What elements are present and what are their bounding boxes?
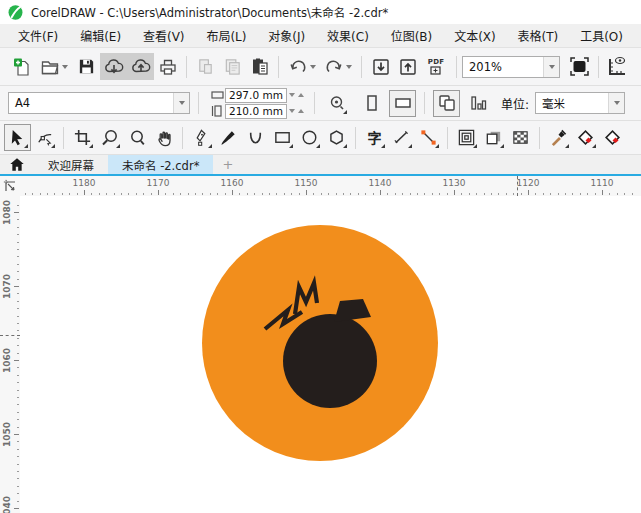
menu-file[interactable]: 文件(F) <box>14 25 62 46</box>
new-document-button[interactable] <box>8 53 35 80</box>
dimension-tool[interactable] <box>388 124 415 151</box>
redo-button[interactable] <box>320 53 356 80</box>
page-width-spinner[interactable] <box>289 93 304 97</box>
interactive-fill-tool[interactable] <box>572 124 599 151</box>
pan-tool[interactable] <box>150 124 177 151</box>
pen-tool[interactable] <box>188 124 215 151</box>
artwork <box>20 196 641 513</box>
toolbar-separator <box>198 92 199 114</box>
show-rulers-button[interactable] <box>604 53 631 80</box>
text-tool[interactable]: 字 <box>361 124 388 151</box>
export-icon <box>398 57 418 77</box>
polygon-tool[interactable] <box>323 124 350 151</box>
current-page-button[interactable] <box>464 90 491 117</box>
document-tab-strip: 欢迎屏幕 未命名 -2.cdr* + <box>0 155 641 176</box>
window-title: CorelDRAW - C:\Users\Administrator\Docum… <box>31 4 388 20</box>
print-icon <box>158 57 178 77</box>
toolbox-separator <box>63 127 64 149</box>
page-width-input[interactable]: 297.0 mm <box>225 88 287 103</box>
units-dropdown[interactable] <box>608 93 624 113</box>
zoom-tool[interactable] <box>96 124 123 151</box>
page-size-value[interactable]: A4 <box>9 96 173 110</box>
tab-welcome-screen[interactable]: 欢迎屏幕 <box>34 155 108 174</box>
redo-dropdown-caret[interactable] <box>346 65 352 69</box>
import-button[interactable] <box>367 53 394 80</box>
text-tool-glyph: 字 <box>368 131 382 145</box>
page-size-combobox[interactable]: A4 <box>8 92 190 114</box>
export-button[interactable] <box>394 53 421 80</box>
menu-text[interactable]: 文本(X) <box>450 25 500 46</box>
paste-button[interactable] <box>246 53 273 80</box>
redo-icon <box>324 57 344 77</box>
page-size-dropdown[interactable] <box>173 93 189 113</box>
page-height-spinner[interactable] <box>289 109 304 113</box>
zoom-out-tool[interactable] <box>123 124 150 151</box>
shape-tool[interactable] <box>31 124 58 151</box>
menu-edit[interactable]: 编辑(E) <box>76 25 125 46</box>
smart-fill-tool[interactable] <box>599 124 626 151</box>
copy-button <box>219 53 246 80</box>
pick-tool[interactable] <box>4 124 31 151</box>
menu-table[interactable]: 表格(T) <box>514 25 563 46</box>
toolbar-separator <box>456 56 457 78</box>
new-tab-button[interactable]: + <box>213 155 242 174</box>
ruler-origin-corner[interactable] <box>0 176 20 196</box>
fullscreen-preview-button[interactable] <box>566 53 593 80</box>
drawing-canvas[interactable] <box>20 196 641 513</box>
undo-button[interactable] <box>284 53 320 80</box>
portrait-orientation-button[interactable] <box>358 90 385 117</box>
ruler-origin-icon <box>2 178 18 194</box>
ellipse-tool[interactable] <box>296 124 323 151</box>
artistic-media-tool[interactable] <box>215 124 242 151</box>
units-combobox[interactable]: 毫米 <box>535 92 625 114</box>
open-dropdown-caret[interactable] <box>62 65 68 69</box>
toolbar-separator <box>424 92 425 114</box>
zoom-level-combobox[interactable]: 201% <box>462 56 560 78</box>
page-bars-icon <box>468 93 488 113</box>
open-button[interactable] <box>35 53 73 80</box>
toolbox-separator <box>355 127 356 149</box>
save-floppy-icon <box>77 57 96 76</box>
menu-tools[interactable]: 工具(O) <box>576 25 627 46</box>
menu-layout[interactable]: 布局(L) <box>202 25 250 46</box>
home-tab[interactable] <box>0 155 34 174</box>
vertical-ruler[interactable]: 10801070106010501040 <box>0 196 20 513</box>
cloud-upload-icon <box>130 56 152 78</box>
contour-tool[interactable] <box>453 124 480 151</box>
drop-shadow-tool[interactable] <box>480 124 507 151</box>
rectangle-tool[interactable] <box>269 124 296 151</box>
menu-bitmaps[interactable]: 位图(B) <box>387 25 437 46</box>
portrait-icon <box>362 93 382 113</box>
tab-document[interactable]: 未命名 -2.cdr* <box>108 155 213 174</box>
connector-tool[interactable] <box>415 124 442 151</box>
menu-object[interactable]: 对象(J) <box>264 25 309 46</box>
open-from-cloud-button[interactable] <box>127 53 154 80</box>
horizontal-ruler[interactable]: 11801170116011501140113011201110 <box>20 176 641 196</box>
units-value[interactable]: 毫米 <box>536 95 608 111</box>
landscape-orientation-button[interactable] <box>389 90 416 117</box>
publish-to-pdf-button[interactable]: PDF <box>421 53 451 80</box>
paintbrush-icon <box>219 128 238 147</box>
spline-curve-icon <box>246 128 265 147</box>
crop-tool[interactable] <box>69 124 96 151</box>
toolbox-separator <box>182 127 183 149</box>
color-eyedropper-tool[interactable] <box>545 124 572 151</box>
menu-effects[interactable]: 效果(C) <box>323 25 373 46</box>
zoom-level-value[interactable]: 201% <box>463 60 543 74</box>
toolbar-separator <box>598 56 599 78</box>
b-spline-tool[interactable] <box>242 124 269 151</box>
pdf-icon: PDF <box>428 59 444 75</box>
transparency-tool[interactable] <box>507 124 534 151</box>
menu-view[interactable]: 查看(V) <box>139 25 189 46</box>
toolbox-separator <box>539 127 540 149</box>
print-button[interactable] <box>154 53 181 80</box>
coreldraw-window: CorelDRAW - C:\Users\Administrator\Docum… <box>0 0 641 513</box>
undo-dropdown-caret[interactable] <box>310 65 316 69</box>
zoom-level-dropdown[interactable] <box>543 57 559 77</box>
autofit-page-button[interactable] <box>323 90 350 117</box>
page-height-input[interactable]: 210.0 mm <box>225 104 287 119</box>
all-pages-button[interactable] <box>433 90 460 117</box>
save-button[interactable] <box>73 53 100 80</box>
cut-icon <box>196 57 215 76</box>
save-to-cloud-button[interactable] <box>100 53 127 80</box>
